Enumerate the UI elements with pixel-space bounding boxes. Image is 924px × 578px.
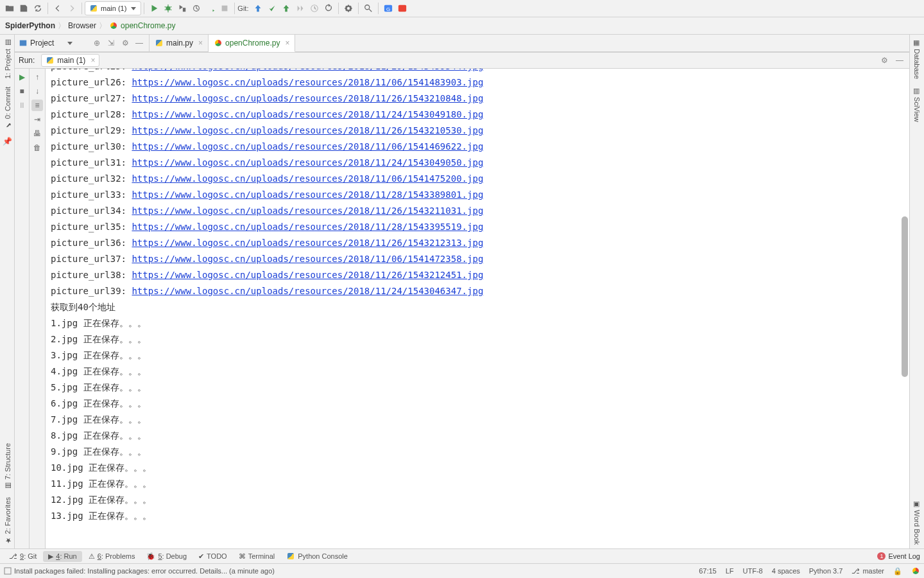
translate-icon[interactable]: G — [381, 1, 395, 15]
git-branch[interactable]: ⎇ master — [851, 567, 884, 575]
console-link[interactable]: https://www.logosc.cn/uploads/resources/… — [132, 77, 483, 87]
profile-icon[interactable] — [189, 1, 203, 15]
scrollbar-thumb[interactable] — [902, 216, 908, 377]
run-anything-icon[interactable] — [203, 1, 218, 15]
open-icon[interactable] — [3, 1, 17, 15]
python-console-toolwindow-button[interactable]: Python Console — [281, 550, 353, 562]
wordbook-toolwindow-button[interactable]: ▣ Word Book — [913, 496, 921, 548]
pause-icon[interactable]: ⏸ — [16, 100, 28, 111]
python-icon — [89, 4, 98, 13]
clear-icon[interactable]: 🗑 — [31, 142, 43, 153]
console-link[interactable]: https://www.logosc.cn/uploads/resources/… — [132, 238, 483, 248]
locate-icon[interactable]: ⊕ — [91, 37, 103, 49]
hide-icon[interactable]: — — [894, 55, 905, 66]
translate2-icon[interactable] — [395, 1, 409, 15]
terminal-toolwindow-button[interactable]: ⌘ Terminal — [234, 551, 280, 562]
console-output[interactable]: picture_url25: https://www.logosc.cn/upl… — [46, 69, 909, 548]
structure-toolwindow-button[interactable]: ▤ 7: Structure — [3, 439, 12, 494]
lock-icon[interactable]: 🔒 — [893, 567, 902, 575]
file-encoding[interactable]: UTF-8 — [743, 567, 763, 575]
console-link[interactable]: https://www.logosc.cn/uploads/resources/… — [132, 254, 483, 264]
console-link[interactable]: https://www.logosc.cn/uploads/resources/… — [132, 141, 483, 152]
console-link[interactable]: https://www.logosc.cn/uploads/resources/… — [132, 189, 483, 200]
run-icon[interactable] — [147, 1, 161, 15]
console-link[interactable]: https://www.logosc.cn/uploads/resources/… — [132, 286, 483, 296]
console-line: picture_url27: https://www.logosc.cn/upl… — [51, 91, 909, 107]
back-icon[interactable] — [51, 1, 65, 15]
console-line: picture_url31: https://www.logosc.cn/upl… — [51, 155, 909, 171]
forward-icon[interactable] — [65, 1, 79, 15]
print-icon[interactable]: 🖶 — [31, 128, 43, 139]
close-icon[interactable]: × — [90, 56, 95, 65]
git-update-icon[interactable] — [251, 1, 265, 15]
hide-icon[interactable]: — — [133, 37, 145, 49]
console-link[interactable]: https://www.logosc.cn/uploads/resources/… — [132, 109, 483, 119]
sync-icon[interactable] — [31, 1, 45, 15]
crumb-file[interactable]: openChrome.py — [109, 21, 175, 30]
console-link[interactable]: https://www.logosc.cn/uploads/resources/… — [132, 69, 483, 71]
console-link[interactable]: https://www.logosc.cn/uploads/resources/… — [132, 173, 483, 184]
soft-wrap-icon[interactable]: ≡ — [31, 100, 43, 111]
crumb-folder[interactable]: Browser — [68, 21, 96, 30]
console-line: picture_url37: https://www.logosc.cn/upl… — [51, 251, 909, 267]
down-trace-icon[interactable]: ↓ — [31, 85, 43, 97]
toolwindow-settings-icon[interactable]: ⚙ — [878, 55, 890, 66]
debug-toolwindow-button[interactable]: 🐞 5: Debug — [141, 551, 192, 562]
search-icon[interactable] — [361, 1, 375, 15]
crumb-project[interactable]: SpiderPython — [5, 21, 55, 30]
console-line: picture_url26: https://www.logosc.cn/upl… — [51, 74, 909, 91]
chrome-status-icon[interactable] — [911, 566, 920, 575]
git-clock-icon[interactable] — [307, 1, 321, 15]
run-toolwindow-button[interactable]: ▶ 4: Run — [43, 551, 81, 562]
scroll-end-icon[interactable]: ⇥ — [31, 114, 43, 125]
status-message[interactable]: Install packages failed: Installing pack… — [4, 567, 690, 575]
debug-icon[interactable] — [161, 1, 175, 15]
svg-text:G: G — [386, 6, 390, 12]
right-toolwindow-gutter: ▦ Database ▥ SciView ▣ Word Book — [909, 35, 924, 548]
problems-toolwindow-button[interactable]: ⚠ 6: Problems — [83, 551, 141, 562]
close-icon[interactable]: × — [285, 39, 289, 48]
stop-icon[interactable]: ■ — [16, 85, 28, 97]
bookmark-icon[interactable]: 📌 — [1, 136, 13, 147]
run-config-selector[interactable]: main (1) — [85, 1, 141, 15]
event-log-button[interactable]: 1 Event Log — [877, 552, 920, 560]
editor-tab[interactable]: openChrome.py× — [209, 35, 295, 52]
caret-position[interactable]: 67:15 — [699, 567, 717, 575]
chevron-right-icon: 〉 — [58, 21, 65, 31]
up-trace-icon[interactable]: ↑ — [31, 71, 43, 83]
expand-all-icon[interactable]: ⇲ — [105, 37, 117, 49]
hide-toolwindows-icon[interactable] — [4, 567, 12, 575]
toolwindow-settings-icon[interactable]: ⚙ — [119, 37, 131, 49]
database-toolwindow-button[interactable]: ▦ Database — [913, 35, 921, 83]
line-separator[interactable]: LF — [726, 567, 734, 575]
settings-icon[interactable] — [341, 1, 355, 15]
console-link[interactable]: https://www.logosc.cn/uploads/resources/… — [132, 93, 483, 103]
project-toolwindow-button[interactable]: 1: Project ▥ — [3, 35, 12, 83]
save-all-icon[interactable] — [17, 1, 31, 15]
indent-info[interactable]: 4 spaces — [772, 567, 800, 575]
chevron-down-icon[interactable] — [67, 40, 73, 46]
todo-toolwindow-button[interactable]: ✔ TODO — [193, 551, 232, 562]
git-push-icon[interactable] — [279, 1, 293, 15]
close-icon[interactable]: × — [198, 39, 203, 48]
status-bar: Install packages failed: Installing pack… — [0, 563, 924, 578]
console-line: 4.jpg 正在保存。。。 — [51, 363, 909, 380]
interpreter[interactable]: Python 3.7 — [809, 567, 843, 575]
run-tab[interactable]: main (1) × — [41, 54, 99, 67]
console-link[interactable]: https://www.logosc.cn/uploads/resources/… — [132, 125, 483, 136]
console-link[interactable]: https://www.logosc.cn/uploads/resources/… — [132, 270, 483, 280]
console-link[interactable]: https://www.logosc.cn/uploads/resources/… — [132, 157, 483, 168]
run-coverage-icon[interactable] — [175, 1, 189, 15]
rerun-icon[interactable]: ▶ — [16, 71, 28, 83]
console-link[interactable]: https://www.logosc.cn/uploads/resources/… — [132, 222, 483, 232]
git-toolwindow-button[interactable]: ⎇ 9: Git — [4, 551, 42, 562]
git-commit-icon[interactable] — [265, 1, 279, 15]
favorites-toolwindow-button[interactable]: ★ 2: Favorites — [3, 493, 12, 548]
console-link[interactable]: https://www.logosc.cn/uploads/resources/… — [132, 206, 483, 216]
commit-toolwindow-button[interactable]: ✔ 0: Commit — [3, 83, 12, 133]
sciview-toolwindow-button[interactable]: ▥ SciView — [913, 83, 921, 126]
editor-tab[interactable]: main.py× — [150, 35, 209, 51]
git-history-icon[interactable] — [293, 1, 307, 15]
stop-icon[interactable] — [218, 1, 232, 15]
git-revert-icon[interactable] — [321, 1, 336, 15]
